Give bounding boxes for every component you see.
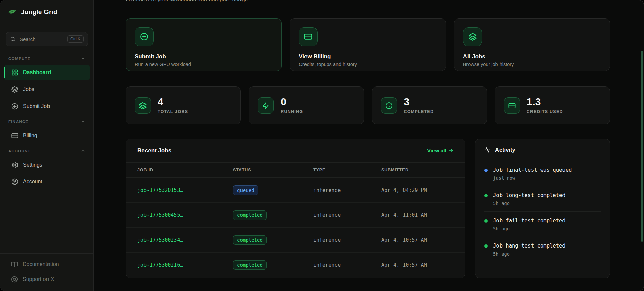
- leaf-logo-icon: [8, 8, 17, 17]
- status-dot: [484, 169, 488, 172]
- table-row[interactable]: job-1775300455… completed inference Apr …: [126, 203, 465, 228]
- search-shortcut-badge: Ctrl K: [67, 35, 84, 43]
- page-subtitle: Overview of your workloads and compute u…: [126, 0, 610, 4]
- quick-actions-row: Submit Job Run a new GPU workload View B…: [126, 18, 610, 71]
- chevron-up-icon: [80, 56, 85, 61]
- icon-tile: [299, 27, 318, 46]
- credit-card-icon: [11, 132, 19, 139]
- activity-time: 5h ago: [493, 201, 601, 206]
- sidebar-item-dashboard[interactable]: Dashboard: [4, 65, 90, 80]
- status-dot: [484, 219, 488, 223]
- sidebar-item-label: Account: [23, 179, 42, 185]
- section-header-account[interactable]: Account: [0, 149, 93, 153]
- activity-header: Activity: [475, 139, 610, 161]
- search-placeholder: Search: [20, 36, 64, 42]
- icon-tile: [504, 97, 520, 114]
- recent-jobs-title: Recent Jobs: [137, 147, 171, 154]
- layers-icon: [11, 86, 19, 93]
- chevron-up-icon: [80, 149, 85, 153]
- job-id-link[interactable]: job-1775300234…: [137, 237, 233, 243]
- sidebar-item-label: Submit Job: [23, 103, 50, 109]
- stat-credits-used: 1.3 Credits Used: [495, 86, 610, 124]
- table-row[interactable]: job-1775320153… queued inference Apr 4, …: [126, 178, 465, 203]
- job-type: inference: [313, 212, 381, 218]
- quick-action-description: Browse your job history: [463, 62, 601, 67]
- main-content: Overview of your workloads and compute u…: [94, 0, 644, 291]
- quick-action-title: Submit Job: [135, 53, 272, 60]
- icon-tile: [135, 97, 151, 114]
- stat-label: Running: [281, 109, 303, 114]
- column-header-submitted: Submitted: [381, 168, 454, 172]
- sidebar-item-submit-job[interactable]: Submit Job: [4, 98, 90, 114]
- status-badge: completed: [233, 210, 267, 220]
- section-header-compute[interactable]: Compute: [0, 56, 93, 61]
- job-submitted: Apr 4, 10:57 AM: [381, 237, 454, 243]
- status-badge: completed: [233, 235, 267, 245]
- app-logo: Jungle Grid: [0, 0, 93, 24]
- quick-action-submit-job[interactable]: Submit Job Run a new GPU workload: [126, 18, 282, 71]
- zap-icon: [262, 101, 270, 110]
- sidebar-item-label: Settings: [23, 162, 42, 168]
- activity-panel: Activity Job final-test was queued just …: [475, 139, 610, 278]
- sidebar-item-documentation[interactable]: Documentation: [0, 257, 93, 272]
- status-badge: queued: [233, 185, 258, 195]
- job-submitted: Apr 4, 11:01 AM: [381, 212, 454, 218]
- credit-card-icon: [304, 32, 313, 41]
- gear-icon: [11, 161, 19, 169]
- column-header-status: Status: [233, 168, 313, 172]
- stat-label: Completed: [404, 109, 434, 114]
- stat-label: Credits Used: [527, 109, 563, 114]
- stats-row: 4 Total Jobs 0 Running: [126, 86, 610, 124]
- activity-time: 5h ago: [493, 251, 601, 257]
- quick-action-view-billing[interactable]: View Billing Credits, topups and history: [290, 18, 446, 71]
- layers-icon: [139, 101, 147, 110]
- search-input[interactable]: Search Ctrl K: [6, 32, 88, 46]
- quick-action-title: All Jobs: [463, 53, 601, 60]
- user-circle-icon: [11, 178, 19, 185]
- nav-section-account: Account Settings Account: [0, 149, 93, 190]
- recent-jobs-panel: Recent Jobs View all Job ID Status Type …: [126, 139, 465, 278]
- icon-tile: [463, 27, 482, 46]
- activity-text: Job fail-test completed: [493, 217, 566, 224]
- activity-text: Job final-test was queued: [493, 167, 572, 173]
- job-id-link[interactable]: job-1775300216…: [137, 262, 233, 268]
- page-scrollbar[interactable]: [641, 51, 643, 242]
- stat-running: 0 Running: [249, 86, 364, 124]
- sidebar-item-label: Billing: [23, 133, 37, 139]
- job-type: inference: [313, 187, 381, 193]
- layers-icon: [468, 32, 477, 41]
- table-row[interactable]: job-1775300216… completed inference Apr …: [126, 253, 465, 278]
- nav-section-compute: Compute Dashboard Jobs: [0, 56, 93, 114]
- activity-item: Job hang-test completed 5h ago: [484, 237, 601, 262]
- at-sign-icon: [11, 276, 18, 283]
- app-title: Jungle Grid: [21, 8, 57, 16]
- stat-label: Total Jobs: [158, 109, 188, 114]
- table-row[interactable]: job-1775300234… completed inference Apr …: [126, 228, 465, 253]
- sidebar-item-support[interactable]: Support on X: [0, 272, 93, 287]
- sidebar-item-account[interactable]: Account: [4, 174, 90, 190]
- credit-card-icon: [508, 101, 516, 110]
- sidebar-nav: Compute Dashboard Jobs: [0, 56, 93, 253]
- activity-text: Job long-test completed: [493, 192, 566, 198]
- quick-action-title: View Billing: [299, 53, 437, 60]
- job-id-link[interactable]: job-1775300455…: [137, 212, 233, 218]
- icon-tile: [258, 97, 274, 114]
- view-all-link[interactable]: View all: [427, 148, 454, 154]
- job-submitted: Apr 4, 10:57 AM: [381, 262, 454, 268]
- status-badge: completed: [233, 260, 267, 270]
- job-id-link[interactable]: job-1775320153…: [137, 187, 233, 193]
- activity-pulse-icon: [484, 147, 491, 153]
- section-header-finance[interactable]: Finance: [0, 119, 93, 124]
- quick-action-all-jobs[interactable]: All Jobs Browse your job history: [454, 18, 610, 71]
- activity-item: Job long-test completed 5h ago: [484, 186, 601, 211]
- icon-tile: [381, 97, 397, 114]
- job-submitted: Apr 4, 04:29 PM: [381, 187, 454, 193]
- clock-icon: [385, 101, 393, 110]
- sidebar-item-settings[interactable]: Settings: [4, 157, 90, 173]
- section-label: Finance: [8, 120, 28, 124]
- sidebar-item-billing[interactable]: Billing: [4, 128, 90, 143]
- sidebar-item-jobs[interactable]: Jobs: [4, 82, 90, 97]
- sidebar-footer: Documentation Support on X: [0, 253, 93, 291]
- arrow-right-icon: [448, 148, 454, 153]
- activity-item: Job fail-test completed 5h ago: [484, 211, 601, 237]
